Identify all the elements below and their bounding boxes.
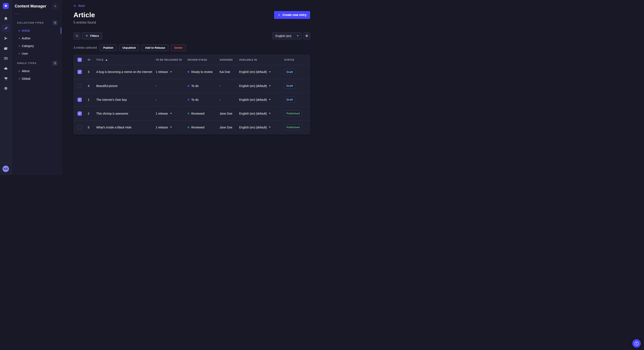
publish-button[interactable]: Publish	[100, 44, 117, 51]
search-icon	[76, 34, 78, 37]
cell-id: 4	[88, 84, 96, 88]
status-badge: Draft	[284, 97, 295, 103]
sidebar-section-label: SINGLE TYPES	[17, 62, 36, 64]
entries-table: ID TITLE TO BE RELEASED IN REVIEW STAGE …	[74, 55, 310, 134]
status-badge: Published	[284, 124, 302, 130]
cell-status: Draft	[284, 83, 307, 89]
sidebar-item-label: Author	[22, 37, 30, 40]
sidebar-section-header: SINGLE TYPES2	[12, 59, 61, 67]
back-link[interactable]: Back	[74, 4, 85, 7]
cell-assignee: -	[220, 98, 239, 101]
table-row[interactable]: ✓3A bug is becoming a meme on the intern…	[74, 65, 310, 79]
strapi-logo[interactable]	[3, 3, 9, 9]
sidebar-section: COLLECTION TYPES4ArticleAuthorCategoryUs…	[12, 19, 61, 57]
table-search-button[interactable]	[74, 32, 80, 39]
cell-available-in[interactable]: English (en) (default)	[239, 126, 284, 129]
released-in-value: -	[156, 98, 157, 101]
cell-released-in[interactable]: 1 release	[156, 70, 188, 74]
toolbar: Filters English (en)	[74, 32, 310, 39]
nav-rail: KD	[0, 0, 12, 175]
select-all-checkbox[interactable]	[78, 58, 82, 62]
review-stage-value: Ready to review	[191, 70, 212, 74]
nav-content-manager-button[interactable]	[2, 24, 10, 32]
nav-settings-button[interactable]	[2, 84, 10, 92]
sort-asc-icon	[106, 59, 108, 61]
chevron-down-icon	[170, 127, 172, 128]
row-checkbox[interactable]	[78, 125, 82, 130]
row-checkbox[interactable]	[78, 84, 82, 88]
nav-content-type-builder-button[interactable]	[2, 54, 10, 62]
column-header-status[interactable]: STATUS	[284, 58, 307, 61]
cell-title: Beautiful picture	[96, 84, 156, 88]
unpublish-button[interactable]: Unpublish	[119, 44, 140, 51]
avatar[interactable]: KD	[2, 166, 9, 172]
feather-icon	[4, 26, 8, 30]
column-header-released[interactable]: TO BE RELEASED IN	[156, 58, 188, 61]
add-to-release-button[interactable]: Add to Release	[142, 44, 168, 51]
sidebar-item-label: Category	[22, 44, 34, 48]
sidebar-item-about[interactable]: About	[12, 67, 61, 75]
column-header-title[interactable]: TITLE	[96, 58, 156, 61]
gear-icon	[305, 34, 308, 37]
column-header-id[interactable]: ID	[88, 58, 96, 61]
row-checkbox[interactable]: ✓	[78, 98, 82, 102]
row-checkbox[interactable]: ✓	[78, 70, 82, 74]
released-in-value: 1 release	[156, 70, 168, 74]
table-row[interactable]: 5What's inside a Black Hole1 releaseRevi…	[74, 120, 310, 134]
sidebar-search-button[interactable]	[52, 3, 58, 9]
chevron-down-icon	[297, 35, 298, 36]
sidebar-item-user[interactable]: User	[12, 50, 61, 57]
sidebar-item-global[interactable]: Global	[12, 75, 61, 82]
sidebar-header: Content Manager	[12, 0, 61, 9]
stage-dot-icon	[188, 85, 189, 87]
sidebar-item-author[interactable]: Author	[12, 34, 61, 42]
title-row: Article Create new entry	[74, 11, 310, 19]
cell-status: Draft	[284, 69, 307, 75]
table-body: ✓3A bug is becoming a meme on the intern…	[74, 65, 310, 134]
locale-select[interactable]: English (en)	[272, 32, 302, 39]
cell-status: Draft	[284, 97, 307, 103]
cell-available-in[interactable]: English (en) (default)	[239, 84, 284, 88]
sidebar-item-label: Article	[22, 29, 30, 32]
nav-cloud-button[interactable]	[2, 64, 10, 72]
column-header-review-stage[interactable]: REVIEW STAGE	[188, 58, 220, 61]
nav-releases-button[interactable]	[2, 34, 10, 42]
rail-nav	[2, 14, 10, 92]
check-icon: ✓	[78, 70, 81, 73]
filters-button[interactable]: Filters	[82, 32, 102, 39]
nav-media-library-button[interactable]	[2, 44, 10, 52]
create-new-entry-button[interactable]: Create new entry	[274, 11, 310, 19]
entries-count: 5 entries found	[74, 21, 310, 24]
column-header-available-in[interactable]: AVAILABLE IN	[239, 58, 284, 61]
cell-available-in[interactable]: English (en) (default)	[239, 112, 284, 115]
nav-marketplace-button[interactable]	[2, 74, 10, 82]
bullet-icon	[19, 78, 20, 79]
table-row[interactable]: ✓1The internet's Own boy-To do-English (…	[74, 93, 310, 107]
filters-label: Filters	[90, 34, 99, 37]
cell-status: Published	[284, 124, 307, 130]
review-stage-value: To do	[191, 84, 198, 88]
cell-released-in[interactable]: 1 release	[156, 126, 188, 129]
table-row[interactable]: ✓2This shrimp is awesome1 releaseReviewe…	[74, 107, 310, 120]
cell-released-in[interactable]: 1 release	[156, 112, 188, 115]
row-checkbox[interactable]: ✓	[78, 111, 82, 116]
sidebar-item-label: About	[22, 69, 30, 73]
toolbar-right: English (en)	[272, 32, 310, 39]
available-in-value: English (en) (default)	[239, 70, 267, 74]
cell-available-in[interactable]: English (en) (default)	[239, 98, 284, 101]
layout-card-icon	[4, 56, 8, 60]
stage-dot-icon	[188, 99, 189, 101]
row-checkbox-cell: ✓	[78, 111, 88, 116]
view-settings-button[interactable]	[303, 32, 310, 39]
nav-home-button[interactable]	[2, 14, 10, 22]
cell-available-in[interactable]: English (en) (default)	[239, 70, 284, 74]
delete-button[interactable]: Delete	[171, 44, 186, 51]
table-row[interactable]: 4Beautiful picture-To do-English (en) (d…	[74, 79, 310, 93]
chevron-down-icon	[170, 113, 172, 114]
sidebar-item-category[interactable]: Category	[12, 42, 61, 50]
column-header-assignee[interactable]: ASSIGNEE	[220, 58, 239, 61]
review-stage-value: Reviewed	[191, 112, 204, 115]
sidebar-item-article[interactable]: Article	[12, 27, 61, 34]
create-new-entry-label: Create new entry	[282, 13, 306, 16]
cell-review-stage: Reviewed	[188, 112, 220, 115]
